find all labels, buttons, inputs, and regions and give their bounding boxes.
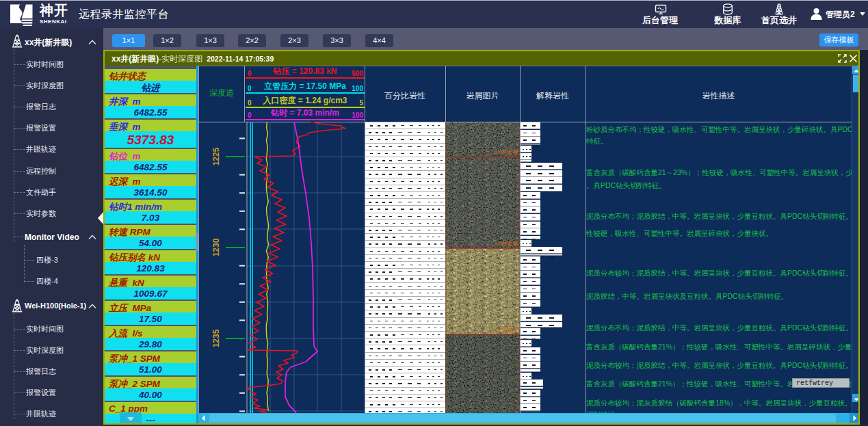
svg-text:XX井岩屑: XX井岩屑 xyxy=(494,327,518,333)
svg-text:XX井岩屑: XX井岩屑 xyxy=(494,149,518,155)
svg-text:XX井岩屑: XX井岩屑 xyxy=(494,241,518,247)
svg-text:1225: 1225 xyxy=(211,147,221,165)
svg-text:1230: 1230 xyxy=(211,238,221,256)
svg-text:1235: 1235 xyxy=(211,329,221,347)
